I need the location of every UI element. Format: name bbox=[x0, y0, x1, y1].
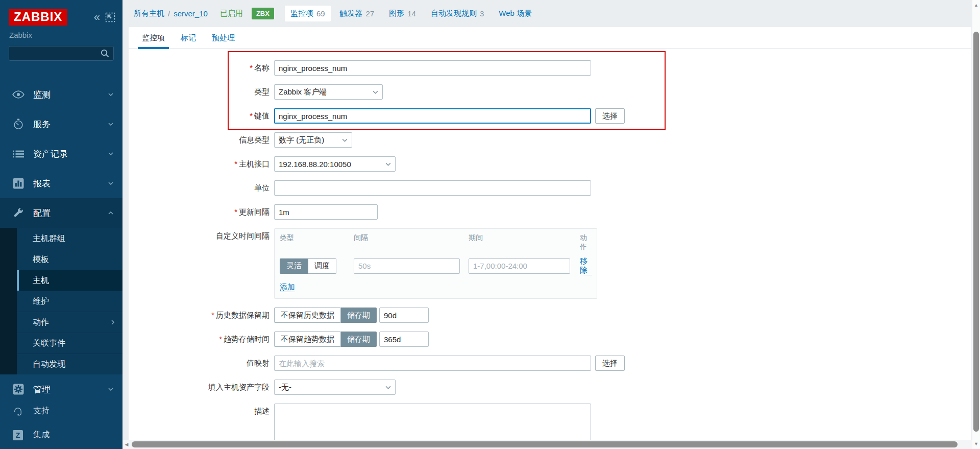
sidebar-collapse-icon[interactable]: « bbox=[94, 12, 100, 23]
remove-interval-link[interactable]: 移除 bbox=[580, 256, 592, 275]
tab-item[interactable]: 监控项 bbox=[138, 28, 169, 49]
form-row-inventory: 填入主机资产字段 -无- bbox=[129, 380, 971, 395]
history-period-input[interactable] bbox=[379, 308, 429, 323]
host-status-enabled[interactable]: 已启用 bbox=[220, 9, 243, 18]
info-type-select[interactable]: 数字 (无正负) bbox=[274, 132, 352, 148]
zabbix-logo[interactable]: ZABBIX bbox=[9, 9, 67, 26]
nav-triggers-link[interactable]: 触发器 27 bbox=[334, 6, 380, 21]
submenu-label: 主机 bbox=[33, 275, 49, 286]
trends-label: *趋势存储时间 bbox=[129, 332, 270, 344]
trends-storage-toggle: 不保留趋势数据 储存期 bbox=[274, 332, 377, 347]
sidebar-footer: 支持 Z 集成 bbox=[0, 399, 122, 449]
footer-item-label: 集成 bbox=[33, 430, 50, 440]
custom-intervals-label: 自定义时间间隔 bbox=[129, 228, 270, 241]
vertical-scroll-thumb[interactable] bbox=[973, 32, 979, 432]
inventory-select[interactable]: -无- bbox=[274, 380, 396, 395]
chevron-down-icon bbox=[385, 386, 391, 389]
breadcrumb-separator: / bbox=[168, 9, 170, 18]
sidebar-item-hosts[interactable]: 主机 bbox=[17, 270, 122, 291]
sidebar-item-actions[interactable]: 动作 bbox=[17, 312, 122, 333]
list-icon bbox=[12, 148, 24, 160]
sidebar-item-host-groups[interactable]: 主机群组 bbox=[17, 228, 122, 249]
form-row-custom-intervals: 自定义时间间隔 类型 间隔 期间 动作 灵活 调度 bbox=[129, 228, 971, 299]
host-interface-select-value: 192.168.88.20:10050 bbox=[279, 160, 351, 169]
sidebar-item-configuration[interactable]: 配置 bbox=[0, 198, 122, 228]
nav-web-scenarios-link[interactable]: Web 场景 bbox=[493, 6, 541, 21]
chevron-right-icon bbox=[111, 320, 114, 325]
units-input[interactable] bbox=[274, 180, 591, 196]
trends-period-input[interactable] bbox=[379, 332, 429, 347]
content-panel: 监控项 标记 预处理 *名称 类型 Zabbix 客户端 bbox=[129, 27, 971, 449]
sidebar-menu: 监测 服务 资产记录 报表 bbox=[0, 80, 122, 404]
scroll-left-arrow[interactable]: ◀ bbox=[122, 442, 131, 447]
interval-input[interactable] bbox=[354, 258, 460, 274]
form-row-type: 类型 Zabbix 客户端 bbox=[129, 84, 971, 100]
chevron-down-icon bbox=[108, 93, 113, 96]
footer-item-label: 支持 bbox=[33, 406, 50, 416]
trends-storage-period-button[interactable]: 储存期 bbox=[341, 332, 377, 347]
value-map-input[interactable] bbox=[274, 356, 591, 371]
sidebar-item-inventory[interactable]: 资产记录 bbox=[0, 139, 122, 169]
sidebar-item-event-correlation[interactable]: 关联事件 bbox=[17, 333, 122, 353]
nav-count: 69 bbox=[316, 9, 325, 18]
type-select[interactable]: Zabbix 客户端 bbox=[274, 84, 383, 100]
breadcrumb-host-link[interactable]: server_10 bbox=[174, 9, 208, 18]
trends-off-button[interactable]: 不保留趋势数据 bbox=[274, 332, 341, 347]
sidebar-search[interactable] bbox=[9, 46, 114, 61]
sidebar-item-label: 配置 bbox=[33, 207, 51, 219]
config-submenu: 主机群组 模板 主机 维护 动作 关联事件 自动发现 bbox=[0, 228, 122, 374]
scroll-up-arrow[interactable]: ▲ bbox=[972, 1, 980, 9]
submenu-label: 关联事件 bbox=[33, 338, 65, 349]
horizontal-scrollbar[interactable]: ◀ bbox=[122, 440, 972, 449]
search-icon bbox=[101, 49, 109, 58]
flexible-toggle-button[interactable]: 灵活 bbox=[280, 258, 308, 274]
history-storage-period-button[interactable]: 储存期 bbox=[341, 308, 377, 323]
search-input[interactable] bbox=[13, 50, 101, 58]
nav-count: 14 bbox=[407, 9, 416, 18]
nav-items-link[interactable]: 监控项 69 bbox=[285, 6, 331, 21]
sidebar-item-discovery[interactable]: 自动发现 bbox=[17, 353, 122, 374]
tab-tags[interactable]: 标记 bbox=[177, 28, 200, 49]
sidebar-item-reports[interactable]: 报表 bbox=[0, 169, 122, 198]
host-interface-select[interactable]: 192.168.88.20:10050 bbox=[274, 156, 396, 172]
zbx-availability-badge: ZBX bbox=[252, 8, 274, 19]
key-select-button[interactable]: 选择 bbox=[595, 108, 625, 124]
period-input[interactable] bbox=[469, 258, 570, 274]
sidebar-item-label: 报表 bbox=[33, 178, 51, 190]
sidebar-item-services[interactable]: 服务 bbox=[0, 109, 122, 139]
scheduling-toggle-button[interactable]: 调度 bbox=[308, 258, 336, 274]
breadcrumb-all-hosts-link[interactable]: 所有主机 bbox=[134, 9, 164, 18]
nav-discovery-rules-link[interactable]: 自动发现规则 3 bbox=[425, 6, 489, 21]
host-interface-label: *主机接口 bbox=[129, 156, 270, 169]
name-input[interactable] bbox=[274, 60, 591, 76]
gear-icon bbox=[12, 383, 24, 395]
custom-intervals-panel: 类型 间隔 期间 动作 灵活 调度 bbox=[274, 228, 597, 299]
key-input[interactable] bbox=[274, 108, 591, 124]
sidebar-item-templates[interactable]: 模板 bbox=[17, 249, 122, 270]
horizontal-scroll-thumb[interactable] bbox=[132, 441, 958, 447]
config-section: 配置 主机群组 模板 主机 维护 动作 关联事件 自动发现 bbox=[0, 198, 122, 374]
vertical-scrollbar[interactable]: ▲ ▼ bbox=[972, 0, 980, 449]
form-row-update-interval: *更新间隔 bbox=[129, 204, 971, 220]
value-map-label: 值映射 bbox=[129, 356, 270, 368]
sidebar-item-label: 监测 bbox=[33, 89, 51, 101]
add-interval-link[interactable]: 添加 bbox=[280, 282, 295, 292]
nav-label: 监控项 bbox=[290, 9, 313, 18]
tab-preprocessing[interactable]: 预处理 bbox=[208, 28, 239, 49]
sidebar-item-monitoring[interactable]: 监测 bbox=[0, 80, 122, 109]
chevron-down-icon bbox=[373, 90, 378, 94]
header-bar: 所有主机 / server_10 已启用 ZBX 监控项 69 触发器 27 图… bbox=[122, 0, 980, 27]
value-map-select-button[interactable]: 选择 bbox=[595, 356, 625, 371]
history-off-button[interactable]: 不保留历史数据 bbox=[274, 308, 341, 323]
nav-count: 27 bbox=[366, 9, 375, 18]
scroll-down-arrow[interactable]: ▼ bbox=[972, 440, 980, 448]
sidebar-item-maintenance[interactable]: 维护 bbox=[17, 291, 122, 312]
update-interval-input[interactable] bbox=[274, 204, 378, 220]
info-type-label: 信息类型 bbox=[129, 132, 270, 145]
sidebar-item-integrations[interactable]: Z 集成 bbox=[0, 423, 122, 447]
nav-graphs-link[interactable]: 图形 14 bbox=[383, 6, 422, 21]
units-label: 单位 bbox=[129, 180, 270, 193]
submenu-gutter bbox=[0, 228, 17, 374]
kiosk-mode-icon[interactable] bbox=[105, 12, 115, 22]
sidebar-item-support[interactable]: 支持 bbox=[0, 399, 122, 423]
